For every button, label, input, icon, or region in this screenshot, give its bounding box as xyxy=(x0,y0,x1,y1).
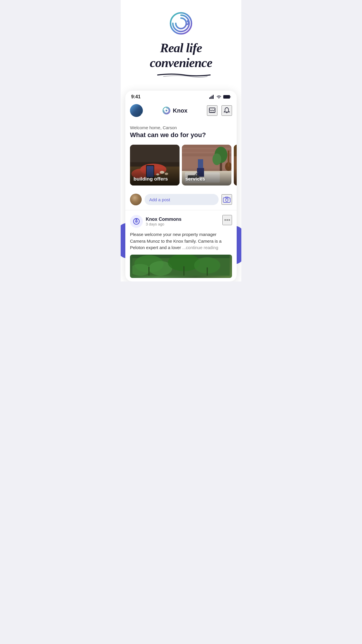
post-meta: Knox Commons 3 days ago xyxy=(146,217,182,226)
post-author-info: Knox Commons 3 days ago xyxy=(130,215,182,228)
svg-rect-6 xyxy=(230,96,231,98)
svg-rect-3 xyxy=(212,96,212,99)
add-post-label: Add a post xyxy=(149,197,170,202)
svg-point-8 xyxy=(166,110,167,111)
svg-rect-2 xyxy=(210,97,211,99)
welcome-question: What can we do for you? xyxy=(130,131,232,139)
post-continue-reading[interactable]: ...continue reading xyxy=(182,245,218,250)
post-more-button[interactable]: ••• xyxy=(222,215,232,225)
hero-underline xyxy=(155,73,207,76)
status-bar: 9:41 xyxy=(125,91,237,102)
svg-rect-4 xyxy=(213,95,214,99)
svg-rect-10 xyxy=(210,112,215,112)
service-card-building-offers[interactable]: building offers xyxy=(130,145,180,186)
knox-logo-mark xyxy=(169,12,193,35)
svg-rect-62 xyxy=(148,267,150,276)
post-section: Add a post xyxy=(125,190,237,210)
more-options-icon: ••• xyxy=(224,217,230,223)
bell-icon xyxy=(223,107,230,114)
knox-logo-small xyxy=(162,106,171,115)
battery-icon xyxy=(223,95,231,99)
app-header: ≡ Knox xyxy=(125,102,237,120)
service-card-amenities[interactable]: amen... xyxy=(234,145,237,186)
hero-section: Real life convenience xyxy=(121,0,241,85)
post-image-preview xyxy=(130,255,232,278)
svg-rect-5 xyxy=(223,95,230,99)
svg-point-50 xyxy=(229,199,229,199)
user-avatar xyxy=(130,194,142,205)
inbox-button[interactable] xyxy=(207,105,217,116)
svg-point-30 xyxy=(212,153,221,165)
post-author-avatar xyxy=(130,215,143,228)
welcome-greeting: Welcome home, Carson xyxy=(130,125,232,130)
app-brand: Knox xyxy=(162,106,187,115)
svg-point-48 xyxy=(226,199,228,202)
feed-post: Knox Commons 3 days ago ••• Please welco… xyxy=(125,210,237,281)
post-header: Knox Commons 3 days ago ••• xyxy=(130,215,232,228)
camera-button[interactable] xyxy=(222,194,232,205)
phone-mockup: 9:41 xyxy=(125,91,237,281)
service-card-services[interactable]: services xyxy=(182,145,231,186)
svg-point-54 xyxy=(136,218,137,220)
hero-title: Real life convenience xyxy=(126,41,236,70)
svg-rect-32 xyxy=(228,150,229,167)
svg-rect-64 xyxy=(207,267,208,276)
page-wrapper: Real life convenience 9:41 xyxy=(121,0,241,281)
post-body: Please welcome your new property manager… xyxy=(130,231,232,251)
svg-rect-63 xyxy=(183,266,184,276)
card-label-services: services xyxy=(185,176,205,182)
building-avatar[interactable]: ≡ xyxy=(130,104,143,117)
svg-rect-49 xyxy=(225,197,228,198)
post-author-name: Knox Commons xyxy=(146,217,182,222)
signal-icon xyxy=(209,95,215,99)
add-post-input[interactable]: Add a post xyxy=(145,194,219,205)
service-cards-container: building offers xyxy=(125,142,237,190)
status-time: 9:41 xyxy=(131,94,140,99)
camera-icon xyxy=(223,196,231,203)
inbox-icon xyxy=(209,107,216,114)
post-time: 3 days ago xyxy=(146,222,182,226)
svg-rect-1 xyxy=(209,97,210,99)
card-label-building-offers: building offers xyxy=(133,176,168,182)
status-icons xyxy=(209,95,231,99)
wifi-icon xyxy=(216,95,222,99)
svg-rect-23 xyxy=(182,145,231,148)
header-actions xyxy=(207,105,232,116)
bell-button[interactable] xyxy=(222,105,232,116)
svg-rect-47 xyxy=(223,198,230,202)
hamburger-icon: ≡ xyxy=(141,113,142,116)
brand-name: Knox xyxy=(173,107,187,114)
svg-point-53 xyxy=(135,220,138,223)
welcome-section: Welcome home, Carson What can we do for … xyxy=(125,120,237,142)
